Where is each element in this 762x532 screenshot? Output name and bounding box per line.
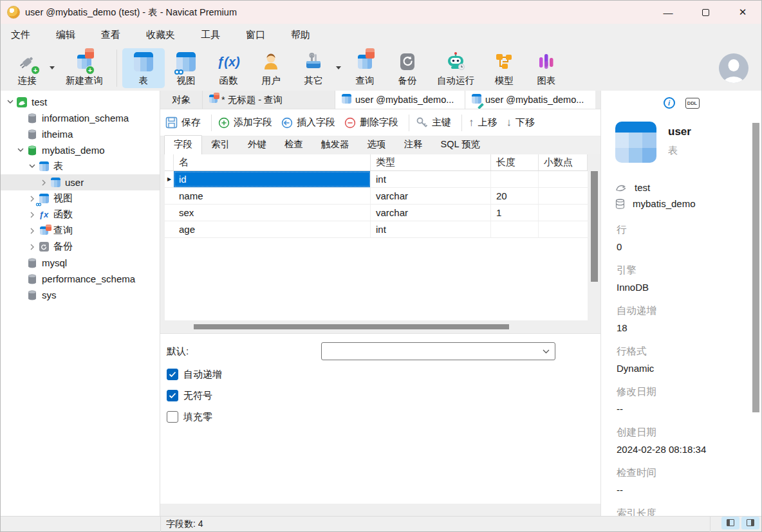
tree-item-performance-schema[interactable]: performance_schema bbox=[1, 271, 160, 287]
cell-name[interactable]: sex bbox=[174, 205, 371, 221]
cell-type[interactable]: varchar bbox=[371, 205, 491, 221]
checkbox-checked-icon[interactable] bbox=[167, 390, 178, 401]
menu-edit[interactable]: 编辑 bbox=[47, 25, 84, 45]
vertical-scrollbar-thumb[interactable] bbox=[752, 123, 759, 412]
chevron-down-icon[interactable] bbox=[15, 148, 26, 152]
user-avatar[interactable] bbox=[719, 53, 748, 83]
toolbar-user-button[interactable]: 用户 bbox=[250, 48, 292, 88]
toolbar-table-button[interactable]: 表 bbox=[122, 48, 165, 88]
subtab-options[interactable]: 选项 bbox=[358, 136, 395, 154]
menu-view[interactable]: 查看 bbox=[92, 25, 129, 45]
column-header-length[interactable]: 长度 bbox=[491, 154, 539, 170]
cell-decimal[interactable] bbox=[539, 205, 588, 221]
cell-name[interactable]: name bbox=[174, 188, 371, 204]
move-up-button[interactable]: ↑ 上移 bbox=[469, 116, 497, 129]
tree-item-test[interactable]: test bbox=[1, 94, 160, 110]
tree-item-sys[interactable]: sys bbox=[1, 287, 160, 303]
insert-field-button[interactable]: 插入字段 bbox=[281, 116, 335, 129]
chevron-right-icon[interactable] bbox=[26, 212, 38, 218]
subtab-fields[interactable]: 字段 bbox=[164, 135, 202, 154]
tab-untitled-query[interactable]: * 无标题 - 查询 bbox=[203, 91, 335, 109]
tree-item-backups[interactable]: 备份 bbox=[1, 239, 160, 255]
delete-field-button[interactable]: 删除字段 bbox=[344, 116, 398, 129]
tree-item-queries[interactable]: 查询 bbox=[1, 223, 160, 239]
cell-length[interactable]: 20 bbox=[491, 188, 539, 204]
toolbar-view-button[interactable]: 视图 bbox=[165, 48, 207, 88]
chevron-right-icon[interactable] bbox=[26, 228, 38, 234]
info-icon[interactable]: i bbox=[664, 97, 675, 109]
tree-item-information-schema[interactable]: information_schema bbox=[1, 110, 160, 126]
cell-length[interactable] bbox=[491, 221, 539, 237]
tree-item-mybatis-demo[interactable]: mybatis_demo bbox=[1, 142, 160, 158]
column-header-decimal[interactable]: 小数点 bbox=[539, 154, 588, 170]
menu-file[interactable]: 文件 bbox=[2, 25, 39, 45]
toolbar-new-query-button[interactable]: + 新建查询 bbox=[57, 48, 111, 88]
toolbar-function-button[interactable]: ƒ(x) 函数 bbox=[207, 48, 250, 88]
horizontal-scrollbar-thumb[interactable] bbox=[194, 324, 509, 329]
tree-item-tables[interactable]: 表 bbox=[1, 158, 160, 174]
vertical-scrollbar-thumb[interactable] bbox=[591, 171, 598, 282]
tab-design-user-table[interactable]: user @mybatis_demo... bbox=[465, 91, 595, 109]
add-field-button[interactable]: 添加字段 bbox=[218, 116, 272, 129]
chevron-right-icon[interactable] bbox=[26, 244, 38, 250]
tree-item-views[interactable]: 视图 bbox=[1, 190, 160, 206]
chevron-down-icon[interactable] bbox=[26, 164, 38, 169]
column-header-name[interactable]: 名 bbox=[174, 154, 371, 170]
others-dropdown-caret[interactable] bbox=[336, 66, 341, 69]
tab-user-table[interactable]: user @mybatis_demo... bbox=[335, 91, 465, 109]
subtab-checks[interactable]: 检查 bbox=[275, 136, 312, 154]
subtab-foreign-keys[interactable]: 外键 bbox=[239, 136, 275, 154]
tab-objects[interactable]: 对象 bbox=[160, 91, 203, 109]
tree-item-itheima[interactable]: itheima bbox=[1, 126, 160, 142]
cell-decimal[interactable] bbox=[539, 221, 588, 237]
ddl-icon[interactable]: DDL bbox=[685, 98, 700, 109]
toggle-right-pane-button[interactable] bbox=[741, 517, 759, 529]
cell-type[interactable]: int bbox=[371, 221, 491, 237]
tree-item-mysql[interactable]: mysql bbox=[1, 255, 160, 271]
chevron-down-icon[interactable] bbox=[5, 100, 16, 104]
column-header-type[interactable]: 类型 bbox=[371, 154, 491, 170]
subtab-sql-preview[interactable]: SQL 预览 bbox=[432, 136, 490, 154]
toolbar-chart-button[interactable]: 图表 bbox=[525, 48, 568, 88]
toolbar-connection-button[interactable]: + 连接 bbox=[6, 48, 48, 88]
checkbox-checked-icon[interactable] bbox=[167, 369, 178, 380]
toolbar-query-button[interactable]: 查询 bbox=[344, 48, 386, 88]
cell-decimal[interactable] bbox=[539, 171, 588, 187]
toolbar-backup-button[interactable]: 备份 bbox=[386, 48, 429, 88]
move-down-button[interactable]: ↓ 下移 bbox=[506, 116, 535, 129]
toggle-left-pane-button[interactable] bbox=[721, 517, 739, 529]
subtab-indexes[interactable]: 索引 bbox=[202, 136, 239, 154]
connection-dropdown-caret[interactable] bbox=[50, 66, 55, 69]
cell-length[interactable]: 1 bbox=[491, 205, 539, 221]
chevron-right-icon[interactable] bbox=[38, 179, 50, 186]
cell-name[interactable]: age bbox=[174, 221, 371, 237]
toolbar-model-button[interactable]: 模型 bbox=[483, 48, 525, 88]
toolbar-others-button[interactable]: 其它 bbox=[292, 48, 335, 88]
menu-favorites[interactable]: 收藏夹 bbox=[137, 25, 184, 45]
save-button[interactable]: 保存 bbox=[165, 116, 201, 129]
primary-key-button[interactable]: 主键 bbox=[416, 116, 451, 129]
minimize-button[interactable]: — bbox=[649, 1, 687, 24]
chevron-right-icon[interactable] bbox=[26, 196, 38, 202]
cell-length[interactable] bbox=[491, 171, 539, 187]
cell-decimal[interactable] bbox=[539, 188, 588, 204]
subtab-comment[interactable]: 注释 bbox=[395, 136, 432, 154]
default-value-combobox[interactable] bbox=[321, 342, 555, 360]
tree-item-functions[interactable]: ƒx 函数 bbox=[1, 206, 160, 223]
row-marker-icon[interactable]: ▶ bbox=[165, 171, 174, 187]
menu-window[interactable]: 窗口 bbox=[237, 25, 274, 45]
cell-name[interactable]: id bbox=[174, 171, 371, 187]
close-button[interactable]: ✕ bbox=[724, 1, 761, 24]
subtab-triggers[interactable]: 触发器 bbox=[312, 136, 358, 154]
menu-help[interactable]: 帮助 bbox=[282, 25, 319, 45]
toolbar-automation-button[interactable]: 自动运行 bbox=[429, 48, 483, 88]
unsigned-option[interactable]: 无符号 bbox=[167, 388, 600, 403]
menu-tools[interactable]: 工具 bbox=[192, 25, 229, 45]
zerofill-option[interactable]: 填充零 bbox=[167, 409, 600, 425]
cell-type[interactable]: int bbox=[371, 171, 491, 187]
auto-increment-option[interactable]: 自动递增 bbox=[167, 367, 600, 382]
maximize-button[interactable] bbox=[687, 1, 724, 24]
tree-item-user-table[interactable]: user bbox=[1, 174, 160, 190]
checkbox-unchecked-icon[interactable] bbox=[167, 411, 178, 423]
cell-type[interactable]: varchar bbox=[371, 188, 491, 204]
